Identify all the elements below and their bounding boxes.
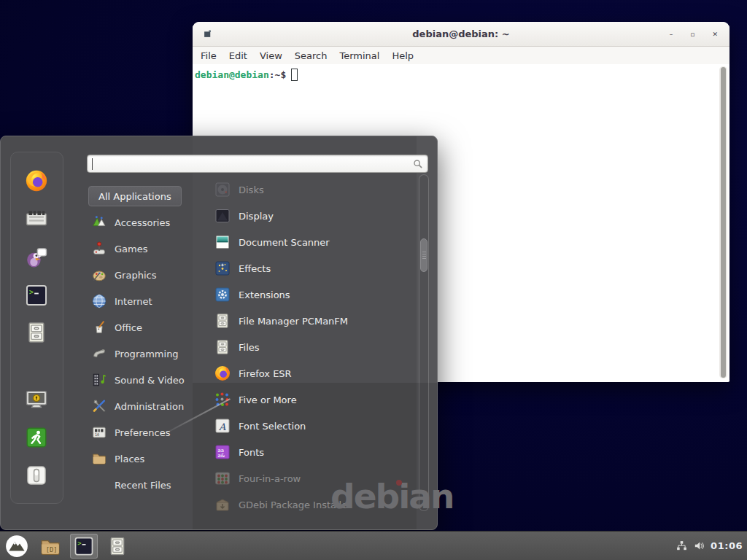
app-disks[interactable]: Disks	[193, 176, 417, 203]
category-label: Places	[115, 454, 144, 464]
pidgin-favorite-icon[interactable]	[24, 245, 49, 270]
app-file-manager-pcmanfm[interactable]: File Manager PCManFM	[193, 308, 417, 334]
taskbar-clock[interactable]: 01:06	[711, 540, 743, 551]
minimize-button[interactable]: –	[670, 31, 673, 38]
terminal-favorite-icon[interactable]: >	[24, 283, 49, 308]
font-selection-icon: A	[214, 417, 231, 435]
category-list: All ApplicationsAccessoriesGamesGraphics…	[87, 183, 193, 498]
terminal-titlebar[interactable]: debian@debian: ~ –▫✕	[193, 22, 729, 47]
category-office[interactable]: Office	[87, 314, 193, 341]
menu-scrollbar-thumb[interactable]	[420, 238, 427, 272]
terminal-window-title: debian@debian: ~	[193, 28, 729, 39]
window-controls: –▫✕	[670, 22, 718, 47]
category-graphics[interactable]: Graphics	[87, 262, 193, 288]
terminal-menu-view[interactable]: View	[260, 50, 282, 61]
app-firefox-esr[interactable]: Firefox ESR	[193, 360, 417, 386]
category-preferences[interactable]: 10Preferences	[87, 419, 193, 446]
menu-search-box[interactable]	[87, 155, 428, 173]
desktop: debian@debian: ~ –▫✕ FileEditViewSearchT…	[0, 0, 747, 560]
app-extensions[interactable]: Extensions	[193, 281, 417, 308]
cabinet-icon	[214, 312, 231, 330]
category-all-applications[interactable]: All Applications	[87, 183, 193, 209]
category-label: Graphics	[115, 270, 156, 281]
app-font-selection[interactable]: AFont Selection	[193, 413, 417, 439]
category-places[interactable]: Places	[87, 446, 193, 472]
terminal-menu-help[interactable]: Help	[392, 50, 414, 61]
office-icon	[91, 319, 107, 335]
terminal-menu-file[interactable]: File	[201, 50, 217, 61]
svg-text:A: A	[218, 421, 226, 432]
terminal-launcher[interactable]: >	[70, 534, 98, 559]
close-button[interactable]: ✕	[712, 31, 718, 38]
volume-icon[interactable]	[693, 540, 705, 552]
app-display[interactable]: Display	[193, 203, 417, 229]
accessories-icon	[91, 214, 107, 230]
category-label: Preferences	[115, 427, 170, 438]
places-icon	[91, 451, 107, 467]
menu-scrollbar[interactable]	[419, 174, 429, 511]
category-sound-video[interactable]: Sound & Video	[87, 367, 193, 393]
menu-button[interactable]	[3, 534, 31, 559]
category-games[interactable]: Games	[87, 236, 193, 262]
app-label: Display	[239, 211, 274, 222]
mixer-favorite-icon[interactable]	[24, 206, 49, 231]
category-recent-files[interactable]: Recent Files	[87, 472, 193, 498]
extensions-icon	[214, 286, 231, 303]
fonts-icon: aaa&	[214, 443, 231, 461]
application-list: DisksDisplayDocument ScannerEffectsExten…	[193, 176, 417, 511]
effects-icon	[214, 260, 231, 277]
terminal-scrollbar[interactable]	[719, 66, 727, 378]
prompt-suffix: :~$	[269, 69, 286, 80]
category-label: Games	[115, 244, 147, 254]
cabinet-icon	[214, 338, 231, 356]
svg-text:>: >	[77, 539, 81, 546]
category-accessories[interactable]: Accessories	[87, 209, 193, 236]
app-label: GDebi Package Installer	[239, 499, 352, 510]
app-label: Document Scanner	[239, 237, 330, 248]
system-tray: 01:06	[676, 532, 743, 560]
terminal-scrollbar-thumb[interactable]	[721, 67, 726, 378]
app-gdebi-package-installer[interactable]: GDebi Package Installer	[193, 491, 417, 511]
terminal-menu-search[interactable]: Search	[295, 50, 328, 61]
maximize-button[interactable]: ▫	[690, 31, 694, 38]
menu-search-input[interactable]	[93, 156, 406, 171]
app-files[interactable]: Files	[193, 334, 417, 360]
network-icon[interactable]	[676, 540, 688, 552]
app-label: Five or More	[239, 394, 297, 405]
games-icon	[91, 241, 107, 257]
svg-text:[D]: [D]	[46, 545, 58, 553]
app-label: Effects	[239, 263, 271, 274]
file-manager-launcher[interactable]: [D]	[36, 534, 64, 559]
display-icon	[214, 207, 231, 225]
category-label: Office	[115, 322, 142, 333]
folder-d-icon: [D]	[39, 535, 61, 557]
app-label: File Manager PCManFM	[239, 316, 348, 327]
sound-video-icon	[91, 372, 107, 388]
shut-down-button[interactable]	[24, 463, 49, 488]
category-label: Administration	[115, 401, 184, 412]
app-effects[interactable]: Effects	[193, 255, 417, 281]
category-programming[interactable]: Programming	[87, 341, 193, 367]
svg-text:a&: a&	[217, 453, 225, 459]
category-administration[interactable]: Administration	[87, 393, 193, 419]
graphics-icon	[91, 267, 107, 283]
taskbar: [D]> 01:06	[0, 531, 747, 560]
firefox-favorite-icon[interactable]	[24, 168, 49, 193]
file-manager-favorite-icon[interactable]	[24, 320, 49, 345]
files-launcher[interactable]	[104, 534, 131, 559]
svg-text:>: >	[29, 288, 34, 296]
menu-logo-icon	[4, 534, 29, 559]
disks-icon	[214, 181, 231, 198]
lock-screen-button[interactable]	[24, 387, 49, 412]
log-out-button[interactable]	[24, 425, 49, 450]
terminal-menu-edit[interactable]: Edit	[229, 50, 247, 61]
category-internet[interactable]: Internet	[87, 288, 193, 314]
selected-category-button[interactable]: All Applications	[88, 186, 182, 206]
firefox-icon	[214, 365, 231, 382]
app-label: Disks	[239, 184, 264, 195]
four-in-a-row-icon	[214, 470, 231, 487]
app-four-in-a-row[interactable]: Four-in-a-row	[193, 465, 417, 491]
app-fonts[interactable]: aaa&Fonts	[193, 439, 417, 465]
terminal-menu-terminal[interactable]: Terminal	[339, 50, 379, 61]
app-document-scanner[interactable]: Document Scanner	[193, 229, 417, 255]
